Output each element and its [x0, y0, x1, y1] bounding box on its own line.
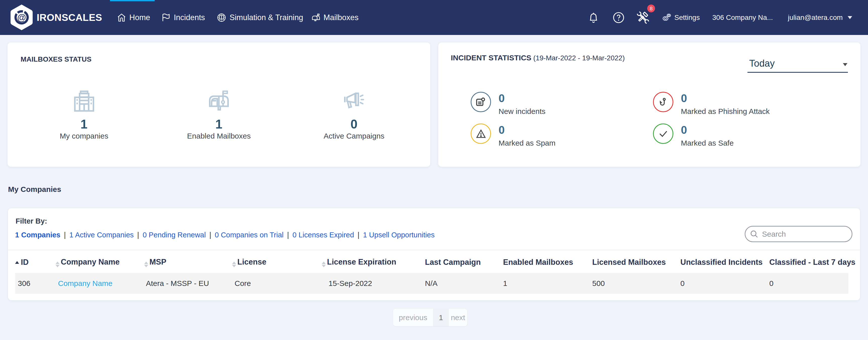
svg-text:@: @: [17, 12, 26, 23]
